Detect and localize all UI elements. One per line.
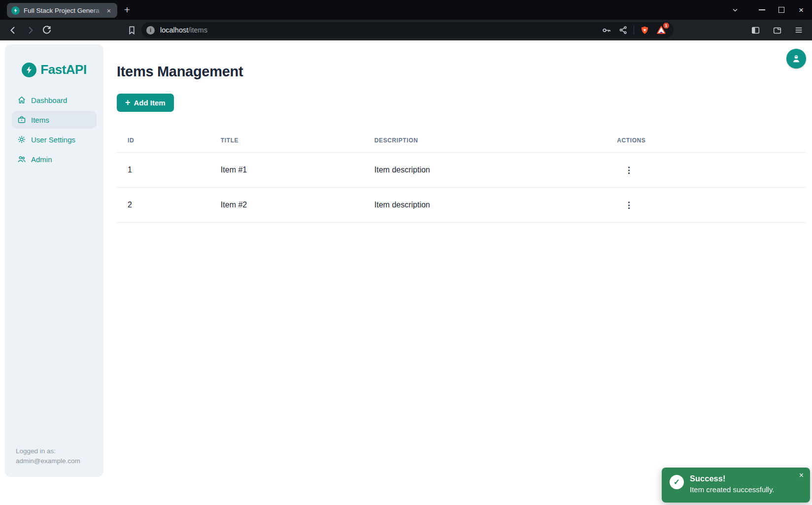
window-close-button[interactable]: × xyxy=(794,3,808,17)
back-button[interactable] xyxy=(7,24,20,36)
password-key-icon[interactable] xyxy=(600,24,613,36)
window-controls: × xyxy=(728,0,808,20)
cell-title: Item #1 xyxy=(210,153,364,188)
table-row: 2 Item #2 Item description ⋮ xyxy=(117,188,806,223)
cell-id: 2 xyxy=(117,188,210,223)
column-header-title: TITLE xyxy=(210,129,364,153)
row-actions-kebab-icon[interactable]: ⋮ xyxy=(622,163,636,177)
brave-shield-icon[interactable] xyxy=(638,24,651,36)
gear-icon xyxy=(17,135,26,144)
minimize-button[interactable] xyxy=(755,3,769,17)
toast-close-icon[interactable]: × xyxy=(799,471,804,479)
toast-message: Item created successfully. xyxy=(690,485,774,494)
user-avatar-button[interactable] xyxy=(786,49,806,68)
cell-id: 1 xyxy=(117,153,210,188)
url-path: /items xyxy=(188,26,207,34)
users-icon xyxy=(17,155,26,164)
column-header-description: DESCRIPTION xyxy=(364,129,606,153)
sidebar-item-dashboard[interactable]: Dashboard xyxy=(12,91,97,109)
toolbar-separator xyxy=(634,26,634,34)
logged-in-email: admin@example.com xyxy=(16,456,80,466)
briefcase-icon xyxy=(17,115,26,124)
cell-description: Item description xyxy=(364,153,606,188)
browser-tab[interactable]: Full Stack Project Genera × xyxy=(7,3,117,18)
sidebar-item-admin[interactable]: Admin xyxy=(12,150,97,168)
browser-toolbar: i localhost/items 1 xyxy=(0,20,812,40)
tab-title: Full Stack Project Genera xyxy=(24,7,104,14)
table-row: 1 Item #1 Item description ⋮ xyxy=(117,153,806,188)
rewards-badge: 1 xyxy=(663,22,670,29)
wallet-icon[interactable] xyxy=(771,24,783,36)
site-info-icon[interactable]: i xyxy=(146,26,155,34)
url-text: localhost/items xyxy=(160,26,207,34)
forward-button[interactable] xyxy=(24,24,36,36)
add-item-label: Add Item xyxy=(134,99,166,107)
url-host: localhost xyxy=(160,26,188,34)
cell-title: Item #2 xyxy=(210,188,364,223)
logged-in-info: Logged in as: admin@example.com xyxy=(16,446,80,466)
column-header-actions: ACTIONS xyxy=(606,129,806,153)
reload-button[interactable] xyxy=(40,24,53,36)
share-icon[interactable] xyxy=(617,24,630,36)
address-bar[interactable]: i localhost/items 1 xyxy=(141,22,674,38)
toast-content: Success! Item created successfully. xyxy=(690,474,774,496)
check-circle-icon: ✓ xyxy=(670,475,684,489)
sidebar-item-user-settings[interactable]: User Settings xyxy=(12,131,97,148)
sidebar-item-label: Admin xyxy=(31,155,52,164)
new-tab-button[interactable]: + xyxy=(121,4,133,16)
page-title: Items Management xyxy=(117,63,806,80)
fastapi-logo: FastAPI xyxy=(5,44,103,77)
fastapi-favicon-icon xyxy=(11,6,20,15)
sidebar-item-label: User Settings xyxy=(31,135,75,144)
plus-icon: + xyxy=(125,98,131,108)
toolbar-right-icons xyxy=(745,24,805,36)
logo-text: FastAPI xyxy=(40,62,86,77)
logged-in-label: Logged in as: xyxy=(16,446,80,456)
tab-close-icon[interactable]: × xyxy=(104,6,113,15)
brave-rewards-icon[interactable]: 1 xyxy=(655,24,668,36)
sidebar-item-label: Dashboard xyxy=(31,96,67,104)
row-actions-kebab-icon[interactable]: ⋮ xyxy=(622,198,636,212)
sidebar-item-label: Items xyxy=(31,116,49,124)
tab-strip: Full Stack Project Genera × + × xyxy=(0,0,812,20)
cell-description: Item description xyxy=(364,188,606,223)
maximize-button[interactable] xyxy=(775,3,788,17)
table-header-row: ID TITLE DESCRIPTION ACTIONS xyxy=(117,129,806,153)
search-tabs-chevron-icon[interactable] xyxy=(728,3,742,17)
bookmarks-icon[interactable] xyxy=(127,26,136,35)
fastapi-logo-icon xyxy=(22,63,36,77)
sidebar-panel-icon[interactable] xyxy=(749,24,762,36)
page-content: FastAPI Dashboard Items User Settings Ad… xyxy=(0,40,812,505)
items-table: ID TITLE DESCRIPTION ACTIONS 1 Item #1 I… xyxy=(117,129,806,223)
add-item-button[interactable]: + Add Item xyxy=(117,94,174,112)
success-toast: ✓ Success! Item created successfully. × xyxy=(662,468,810,503)
sidebar-nav: Dashboard Items User Settings Admin xyxy=(5,91,103,168)
main-content: Items Management + Add Item ID TITLE DES… xyxy=(117,40,806,223)
home-icon xyxy=(17,96,26,104)
menu-icon[interactable] xyxy=(792,24,805,36)
sidebar-item-items[interactable]: Items xyxy=(12,111,97,129)
sidebar: FastAPI Dashboard Items User Settings Ad… xyxy=(5,44,103,477)
user-icon xyxy=(791,53,802,64)
column-header-id: ID xyxy=(117,129,210,153)
toast-title: Success! xyxy=(690,474,774,483)
